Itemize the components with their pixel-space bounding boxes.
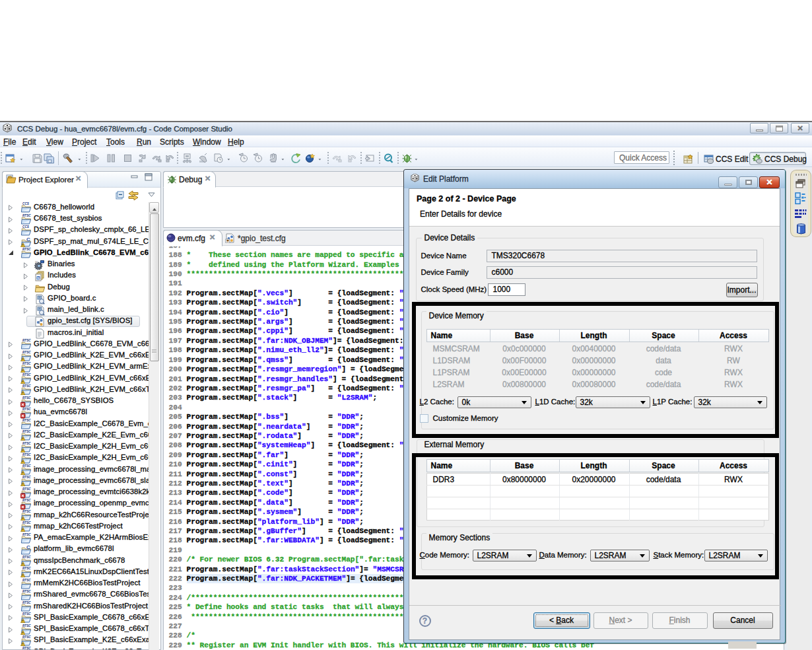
svg-text:RTSC: RTSC <box>22 384 31 388</box>
svg-text:RTSC: RTSC <box>22 635 31 639</box>
svg-text:RTSC: RTSC <box>22 510 31 513</box>
svg-text:RTSC: RTSC <box>22 419 31 422</box>
svg-text:RTSC: RTSC <box>22 499 31 502</box>
svg-text:RTSC: RTSC <box>22 476 31 479</box>
svg-text:RTSC: RTSC <box>22 590 31 593</box>
svg-text:RTSC: RTSC <box>22 453 31 456</box>
svg-text:CCS: CCS <box>22 202 30 205</box>
svg-text:RTSC: RTSC <box>22 556 31 559</box>
svg-text:RTSC: RTSC <box>22 408 31 411</box>
svg-text:10: 10 <box>35 260 38 264</box>
svg-text:RTSC: RTSC <box>22 373 31 377</box>
svg-text:RTSC: RTSC <box>22 612 31 616</box>
svg-text:RTSC: RTSC <box>22 362 31 365</box>
svg-text:RTSC: RTSC <box>22 350 31 353</box>
svg-text:RTSC: RTSC <box>22 430 31 433</box>
svg-text:RTSC: RTSC <box>22 647 31 649</box>
svg-text:RTSC: RTSC <box>22 521 31 524</box>
svg-text:CCS: CCS <box>22 225 30 229</box>
svg-text:RTSC: RTSC <box>22 601 31 604</box>
svg-text:RTSC: RTSC <box>22 532 31 536</box>
svg-text:RTSC: RTSC <box>22 441 31 445</box>
svg-text:C: C <box>26 236 30 242</box>
svg-text:RTSC: RTSC <box>22 248 31 251</box>
svg-text:RTSC: RTSC <box>22 339 31 342</box>
svg-text:RTSC: RTSC <box>22 487 31 490</box>
svg-text:RTSC: RTSC <box>22 396 31 399</box>
svg-text:RTSC: RTSC <box>22 213 31 217</box>
svg-text:RTSC: RTSC <box>22 624 31 627</box>
svg-text:RTSC: RTSC <box>22 578 31 581</box>
svg-text:RTSC: RTSC <box>22 464 31 468</box>
svg-text:C: C <box>26 544 30 550</box>
svg-text:RTSC: RTSC <box>22 567 31 570</box>
